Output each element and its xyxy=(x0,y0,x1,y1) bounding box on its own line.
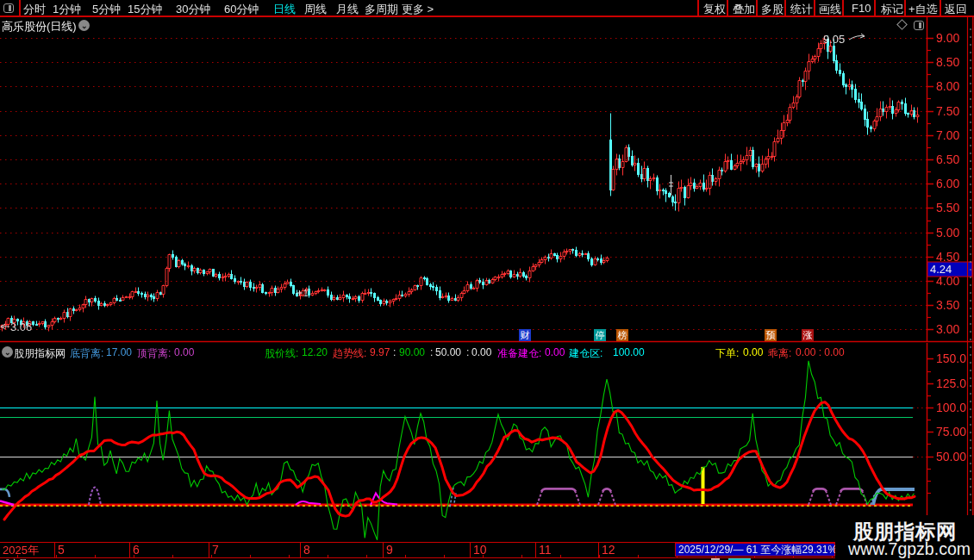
svg-text:9.00: 9.00 xyxy=(936,31,959,45)
svg-text:7.00: 7.00 xyxy=(936,128,959,142)
svg-text:10: 10 xyxy=(473,543,487,557)
svg-text:4.24: 4.24 xyxy=(930,263,952,276)
svg-text:7: 7 xyxy=(212,543,219,557)
svg-text:75.00: 75.00 xyxy=(936,425,966,439)
svg-text:5.50: 5.50 xyxy=(936,201,959,215)
svg-text:11: 11 xyxy=(539,543,552,557)
svg-text:7.50: 7.50 xyxy=(936,104,959,118)
svg-text:8.00: 8.00 xyxy=(936,79,959,93)
svg-text:8: 8 xyxy=(303,543,310,557)
svg-text:8.50: 8.50 xyxy=(936,55,959,69)
svg-text:9: 9 xyxy=(386,543,393,557)
svg-text:6.00: 6.00 xyxy=(936,177,959,190)
svg-text:3.00: 3.00 xyxy=(936,322,959,336)
svg-text:5: 5 xyxy=(58,543,65,557)
svg-text:2025年: 2025年 xyxy=(3,544,39,557)
svg-text:5.00: 5.00 xyxy=(936,226,959,240)
svg-text:1: 1 xyxy=(303,289,309,298)
svg-text:150.0: 150.0 xyxy=(936,352,966,365)
svg-text:50.00: 50.00 xyxy=(936,450,966,464)
svg-text:125.0: 125.0 xyxy=(936,376,966,390)
svg-text:6.50: 6.50 xyxy=(936,152,959,166)
svg-text:3.06: 3.06 xyxy=(10,320,32,333)
svg-text:100.0: 100.0 xyxy=(936,401,966,414)
svg-text:12: 12 xyxy=(602,543,615,557)
svg-text:6: 6 xyxy=(133,543,140,557)
svg-text:3.50: 3.50 xyxy=(936,298,959,312)
svg-text:9.05: 9.05 xyxy=(823,33,845,46)
